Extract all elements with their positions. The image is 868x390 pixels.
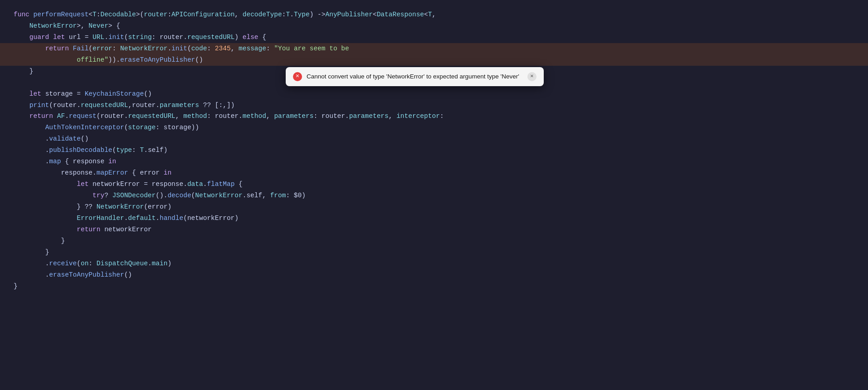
code-line-8: let storage = KeychainStorage() bbox=[14, 88, 854, 100]
error-message: Cannot convert value of type 'NetworkErr… bbox=[307, 72, 519, 82]
code-line-1: func performRequest<T:Decodable>(router:… bbox=[14, 9, 854, 20]
code-line-23: .receive(on: DispatchQueue.main) bbox=[14, 258, 854, 269]
code-line-17: try? JSONDecoder().decode(NetworkError.s… bbox=[14, 190, 854, 201]
code-line-20: return networkError bbox=[14, 224, 854, 235]
code-line-21: } bbox=[14, 235, 854, 247]
code-line-2: NetworkError>, Never> { bbox=[14, 20, 854, 32]
error-close-button[interactable]: ✕ bbox=[527, 72, 536, 81]
code-line-4: return Fail(error: NetworkError.init(cod… bbox=[0, 43, 868, 54]
code-line-3: guard let url = URL.init(string: router.… bbox=[14, 32, 854, 43]
code-line-18: } ?? NetworkError(error) bbox=[14, 201, 854, 213]
error-icon: ✕ bbox=[293, 72, 302, 81]
code-line-25: } bbox=[14, 281, 854, 292]
code-line-19: ErrorHandler.default.handle(networkError… bbox=[14, 213, 854, 224]
code-line-16: let networkError = response.data.flatMap… bbox=[14, 179, 854, 190]
code-line-24: .eraseToAnyPublisher() bbox=[14, 269, 854, 281]
code-line-9: print(router.requestedURL,router.paramet… bbox=[14, 100, 854, 111]
code-line-15: response.mapError { error in bbox=[14, 167, 854, 179]
error-tooltip: ✕ Cannot convert value of type 'NetworkE… bbox=[286, 67, 544, 86]
code-line-22: } bbox=[14, 247, 854, 258]
code-line-11: AuthTokenInterceptor(storage: storage)) bbox=[14, 122, 854, 133]
code-editor: func performRequest<T:Decodable>(router:… bbox=[0, 0, 868, 301]
code-line-5: offline")).eraseToAnyPublisher() bbox=[0, 54, 868, 66]
code-line-14: .map { response in bbox=[14, 156, 854, 167]
code-line-13: .publishDecodable(type: T.self) bbox=[14, 145, 854, 156]
code-line-12: .validate() bbox=[14, 133, 854, 145]
code-line-10: return AF.request(router.requestedURL, m… bbox=[14, 111, 854, 122]
